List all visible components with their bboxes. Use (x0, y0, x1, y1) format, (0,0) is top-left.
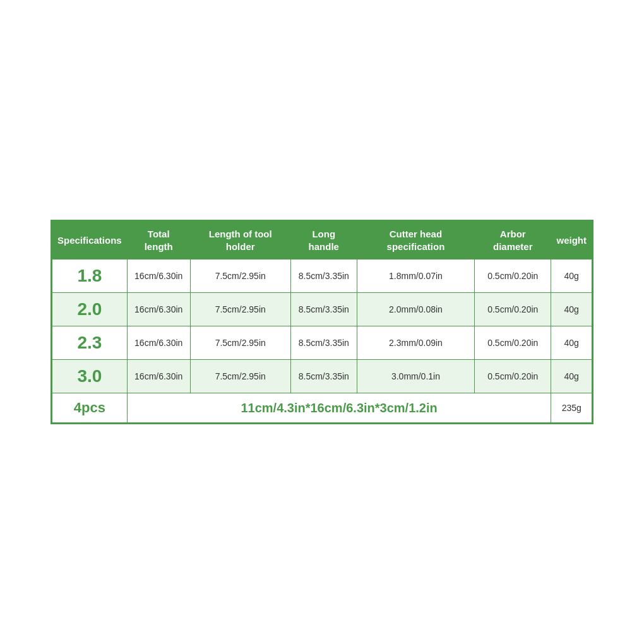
total-length-value: 16cm/6.30in (127, 326, 190, 360)
spec-value: 2.3 (52, 326, 128, 360)
tool-holder-value: 7.5cm/2.95in (190, 360, 290, 393)
header-total-length: Total length (127, 222, 190, 259)
total-length-value: 16cm/6.30in (127, 259, 190, 293)
table-row: 2.3 16cm/6.30in 7.5cm/2.95in 8.5cm/3.35i… (52, 326, 592, 360)
tool-holder-value: 7.5cm/2.95in (190, 259, 290, 293)
cutter-head-value: 1.8mm/0.07in (357, 259, 474, 293)
last-weight-value: 235g (551, 393, 592, 423)
long-handle-value: 8.5cm/3.35in (290, 360, 357, 393)
weight-value: 40g (551, 360, 592, 393)
weight-value: 40g (551, 293, 592, 326)
tool-holder-value: 7.5cm/2.95in (190, 326, 290, 360)
header-weight: weight (551, 222, 592, 259)
table-row-last: 4pcs 11cm/4.3in*16cm/6.3in*3cm/1.2in 235… (52, 393, 592, 423)
header-cutter-head: Cutter head specification (357, 222, 474, 259)
weight-value: 40g (551, 259, 592, 293)
arbor-diameter-value: 0.5cm/0.20in (475, 293, 551, 326)
cutter-head-value: 2.0mm/0.08in (357, 293, 474, 326)
arbor-diameter-value: 0.5cm/0.20in (475, 360, 551, 393)
total-length-value: 16cm/6.30in (127, 293, 190, 326)
tool-holder-value: 7.5cm/2.95in (190, 293, 290, 326)
header-specifications: Specifications (52, 222, 128, 259)
cutter-head-value: 3.0mm/0.1in (357, 360, 474, 393)
table-row: 3.0 16cm/6.30in 7.5cm/2.95in 8.5cm/3.35i… (52, 360, 592, 393)
spec-value: 3.0 (52, 360, 128, 393)
spec-table-container: Specifications Total length Length of to… (51, 220, 593, 424)
spec-value: 2.0 (52, 293, 128, 326)
table-row: 1.8 16cm/6.30in 7.5cm/2.95in 8.5cm/3.35i… (52, 259, 592, 293)
last-dimensions-value: 11cm/4.3in*16cm/6.3in*3cm/1.2in (127, 393, 551, 423)
total-length-value: 16cm/6.30in (127, 360, 190, 393)
spec-table: Specifications Total length Length of to… (52, 221, 592, 423)
header-tool-holder: Length of tool holder (190, 222, 290, 259)
last-spec-value: 4pcs (52, 393, 128, 423)
long-handle-value: 8.5cm/3.35in (290, 293, 357, 326)
cutter-head-value: 2.3mm/0.09in (357, 326, 474, 360)
header-long-handle: Long handle (290, 222, 357, 259)
header-arbor-diameter: Arbor diameter (475, 222, 551, 259)
weight-value: 40g (551, 326, 592, 360)
arbor-diameter-value: 0.5cm/0.20in (475, 326, 551, 360)
long-handle-value: 8.5cm/3.35in (290, 259, 357, 293)
table-header-row: Specifications Total length Length of to… (52, 222, 592, 259)
long-handle-value: 8.5cm/3.35in (290, 326, 357, 360)
arbor-diameter-value: 0.5cm/0.20in (475, 259, 551, 293)
spec-value: 1.8 (52, 259, 128, 293)
table-row: 2.0 16cm/6.30in 7.5cm/2.95in 8.5cm/3.35i… (52, 293, 592, 326)
